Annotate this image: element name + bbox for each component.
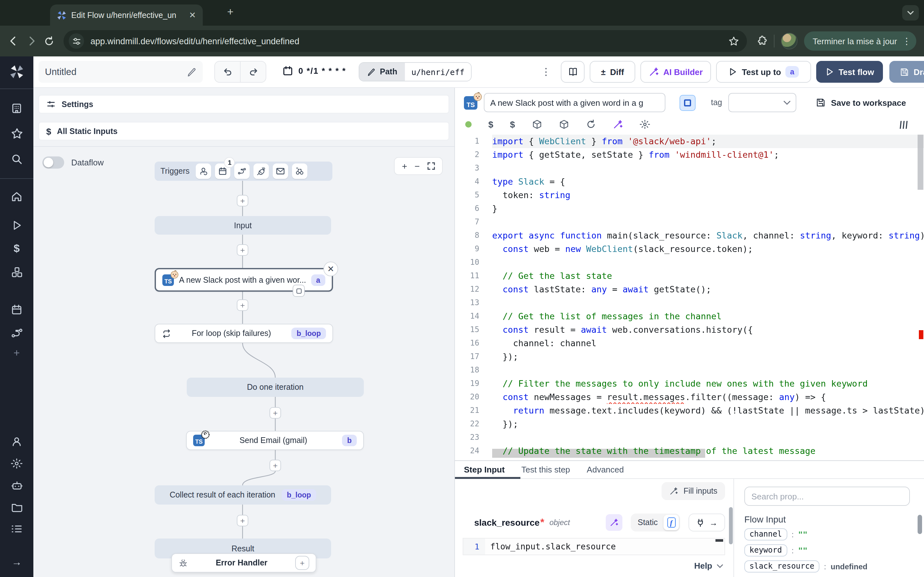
code-line[interactable]: 5 token: string: [455, 189, 924, 202]
windmill-logo-icon[interactable]: [9, 64, 24, 79]
package-box-icon[interactable]: [559, 119, 569, 129]
test-flow-button[interactable]: Test flow: [816, 61, 883, 83]
refresh-icon[interactable]: [586, 119, 596, 129]
static-dollar-icon[interactable]: $: [510, 119, 515, 129]
fit-view-icon[interactable]: [427, 162, 435, 170]
cron-schedule[interactable]: 0 */1 * * * *: [282, 65, 346, 76]
collapse-arrow-right-icon[interactable]: →: [10, 556, 23, 569]
path-control[interactable]: Path u/henri/eff: [359, 62, 472, 81]
pane-scrollbar-thumb[interactable]: [729, 507, 733, 544]
all-static-inputs-bar[interactable]: $ All Static Inputs: [39, 122, 449, 140]
poll-binoculars-trigger-icon[interactable]: [292, 163, 308, 179]
code-line[interactable]: 4type Slack = {: [455, 175, 924, 189]
delete-step-icon[interactable]: ✕: [323, 261, 338, 276]
code-line[interactable]: 16 channel: channel: [455, 337, 924, 350]
code-line[interactable]: 15 const result = await web.conversation…: [455, 323, 924, 337]
library-icon[interactable]: |||: [899, 119, 909, 129]
pane-scrollbar-thumb[interactable]: [918, 515, 922, 534]
ai-builder-button[interactable]: AI Builder: [640, 61, 711, 83]
flow-name-input[interactable]: Untitled: [39, 61, 203, 83]
code-line[interactable]: 20 const newMessages = result.messages.f…: [455, 390, 924, 404]
code-line[interactable]: 7: [455, 215, 924, 229]
tab-test-this-step[interactable]: Test this step: [521, 461, 570, 478]
save-to-workspace-button[interactable]: Save to workspace: [816, 97, 906, 108]
user-person-icon[interactable]: [10, 435, 23, 448]
path-label-segment[interactable]: Path: [359, 63, 405, 81]
browser-tab[interactable]: Edit Flow u/henri/effective_un ✕: [50, 5, 203, 26]
add-plus-icon[interactable]: +: [10, 347, 23, 359]
undo-button[interactable]: [215, 61, 240, 82]
browser-menu-kebab-icon[interactable]: ⋮: [902, 36, 911, 46]
docs-book-button[interactable]: [561, 61, 585, 83]
send-email-node[interactable]: TS Send Email (gmail) b: [186, 431, 364, 450]
ai-magic-wand-icon[interactable]: [612, 119, 623, 129]
browser-update-button[interactable]: Terminer la mise à jour ⋮: [804, 31, 916, 51]
code-line[interactable]: 1import { WebClient } from '@slack/web-a…: [455, 135, 924, 148]
insert-step-button[interactable]: ＋: [237, 300, 248, 311]
flows-route-icon[interactable]: [10, 326, 23, 339]
tab-close-icon[interactable]: ✕: [187, 10, 198, 20]
folders-icon[interactable]: [10, 501, 23, 514]
prop-row[interactable]: slack_resource : undefined: [744, 560, 910, 572]
editor-settings-gear-icon[interactable]: [640, 119, 650, 129]
forward-icon[interactable]: [26, 35, 37, 47]
prop-row[interactable]: channel : "": [744, 528, 910, 540]
insert-step-button[interactable]: ＋: [270, 407, 281, 419]
help-toggle[interactable]: Help: [694, 561, 723, 571]
ai-fill-wand-button[interactable]: [606, 514, 622, 531]
code-line[interactable]: 6}: [455, 202, 924, 215]
runs-play-icon[interactable]: [10, 219, 23, 231]
static-label[interactable]: Static: [632, 518, 664, 527]
code-line[interactable]: 24 // Update the state with the timestam…: [455, 444, 924, 458]
package-box-icon[interactable]: [531, 119, 542, 129]
route-trigger-icon[interactable]: [234, 163, 250, 179]
schedules-calendar-icon[interactable]: [10, 303, 23, 316]
code-line[interactable]: 18: [455, 364, 924, 377]
draft-button[interactable]: Draft: [889, 61, 924, 83]
expr-code[interactable]: flow_input.slack_resource: [485, 538, 724, 554]
code-line[interactable]: 10: [455, 256, 924, 269]
collect-result-node[interactable]: Collect result of each iteration b_loop: [155, 485, 331, 504]
code-line[interactable]: 21 return message.text.includes(keyword)…: [455, 404, 924, 417]
code-line[interactable]: 23: [455, 431, 924, 444]
webhook-trigger-icon[interactable]: [196, 163, 212, 179]
search-prop-input[interactable]: [744, 487, 910, 506]
reload-icon[interactable]: [44, 35, 55, 47]
dataflow-toggle[interactable]: [42, 156, 64, 169]
path-value[interactable]: u/henri/eff: [405, 63, 471, 81]
flow-graph-canvas[interactable]: Dataflow + − Triggers 1: [33, 146, 454, 577]
more-options-kebab-icon[interactable]: ⋮: [538, 63, 554, 81]
prop-pill-keyword[interactable]: keyword: [744, 544, 787, 556]
code-editor[interactable]: 1import { WebClient } from '@slack/web-a…: [455, 135, 924, 460]
profile-avatar[interactable]: [780, 33, 797, 49]
code-line[interactable]: 3: [455, 161, 924, 175]
slack-step-node[interactable]: TS A new Slack post with a given wor... …: [155, 268, 333, 292]
javascript-expr-toggle[interactable]: f: [664, 515, 679, 530]
code-line[interactable]: 19 // Filter the messages to only includ…: [455, 377, 924, 390]
code-line[interactable]: 13: [455, 296, 924, 309]
test-up-to-button[interactable]: Test up to a: [716, 61, 811, 83]
add-error-handler-icon[interactable]: ＋: [295, 556, 309, 570]
step-title-input[interactable]: [484, 93, 666, 112]
flow-settings-bar[interactable]: Settings: [39, 95, 449, 113]
tag-select[interactable]: [729, 93, 796, 112]
address-bar[interactable]: app.windmill.dev/flows/edit/u/henri/effe…: [63, 30, 746, 52]
variables-dollar-icon[interactable]: $: [488, 119, 493, 129]
logs-list-icon[interactable]: [10, 522, 23, 535]
do-one-iteration-node[interactable]: Do one iteration: [187, 378, 364, 397]
resources-cubes-icon[interactable]: [10, 266, 23, 278]
settings-gear-icon[interactable]: [10, 457, 23, 470]
code-line[interactable]: 14 // Get the list of messages in the ch…: [455, 309, 924, 323]
tab-advanced[interactable]: Advanced: [587, 461, 624, 478]
prop-pill-slack-resource[interactable]: slack_resource: [744, 560, 819, 572]
bookmark-star-icon[interactable]: [728, 35, 739, 47]
code-line[interactable]: 9 const web = new WebClient(slack_resour…: [455, 242, 924, 256]
expr-editor[interactable]: 1 flow_input.slack_resource: [463, 538, 725, 555]
new-tab-button[interactable]: +: [223, 6, 237, 19]
prop-row[interactable]: keyword : "": [744, 544, 910, 556]
zoom-in-icon[interactable]: +: [402, 161, 407, 171]
insert-step-button[interactable]: ＋: [237, 195, 248, 206]
input-node[interactable]: Input: [155, 216, 331, 235]
stop-square-button[interactable]: [680, 95, 696, 111]
variables-dollar-icon[interactable]: $: [10, 242, 23, 255]
